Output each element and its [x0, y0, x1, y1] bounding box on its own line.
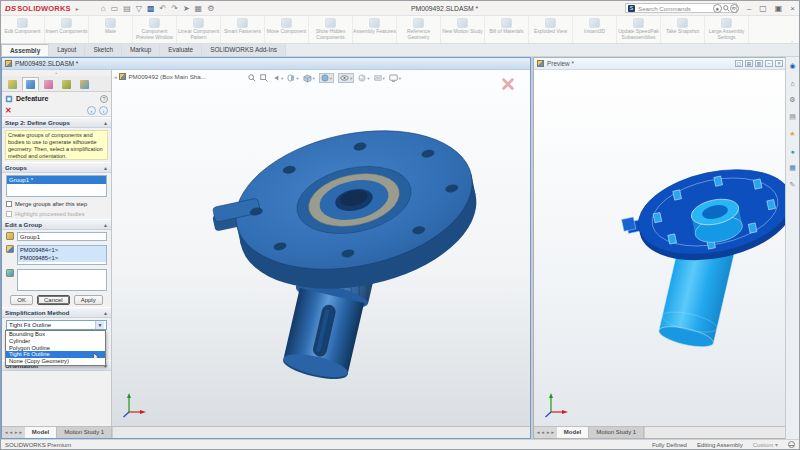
ribbon-button-exploded-view[interactable]: Exploded View: [529, 16, 573, 43]
tile-horizontal-icon[interactable]: ▤: [745, 60, 753, 67]
tab-markup[interactable]: Markup: [122, 44, 160, 56]
tab-displaymanager-icon[interactable]: [76, 77, 93, 91]
merge-groups-checkbox[interactable]: [6, 201, 12, 207]
group-name-input[interactable]: Group1: [17, 232, 107, 241]
group-list-item[interactable]: Group1 *: [7, 176, 106, 184]
display-pane-icon[interactable]: ▦: [195, 4, 203, 13]
tab-assembly[interactable]: Assembly: [1, 44, 49, 56]
main-graphics-viewport[interactable]: » PM009492 (Box Main Sha... ▾ ▾ ▾ ▾ ▾ ▾ …: [112, 70, 530, 426]
options-gear-icon[interactable]: ⚙: [207, 4, 214, 13]
tab-scroll-buttons[interactable]: ◄◄►►: [534, 430, 557, 435]
close-icon[interactable]: ×: [790, 4, 795, 13]
collapse-chevron-icon: ▲: [103, 310, 108, 316]
model-tab[interactable]: Model: [25, 427, 57, 438]
ribbon-button-smart-fasteners[interactable]: Smart Fasteners: [221, 16, 265, 43]
minimize-window-icon[interactable]: –: [765, 60, 773, 67]
component-list-item[interactable]: PM009484<1>: [18, 246, 106, 254]
motion-study-tab[interactable]: Motion Study 1: [589, 427, 644, 438]
tile-windows-icon[interactable]: ▣: [775, 4, 783, 13]
home-icon[interactable]: ⌂: [101, 4, 106, 13]
collapse-chevron-icon: ▲: [103, 222, 108, 228]
print-icon[interactable]: ▩: [147, 4, 155, 13]
tab-configurationmanager-icon[interactable]: [40, 77, 57, 91]
model-tab[interactable]: Model: [557, 427, 589, 438]
ribbon-button-mate[interactable]: Mate: [89, 16, 133, 43]
step-section-header[interactable]: Step 2: Define Groups▲: [2, 117, 111, 128]
groups-list[interactable]: Group1 *: [6, 175, 107, 197]
tab-sketch[interactable]: Sketch: [85, 44, 122, 56]
close-window-icon[interactable]: ×: [775, 60, 783, 67]
ribbon-button-component-preview-window[interactable]: Component Preview Window: [133, 16, 177, 43]
appearances-icon[interactable]: ●: [788, 146, 798, 156]
redo-icon[interactable]: ↷: [171, 4, 178, 13]
component-list-item[interactable]: PM009485<1>: [18, 254, 106, 262]
dropdown-option-bounding-box[interactable]: Bounding Box: [6, 331, 105, 338]
ribbon-button-large-assembly-settings[interactable]: Large Assembly Settings: [705, 16, 749, 43]
dropdown-option-polygon-outline[interactable]: Polygon Outline: [6, 345, 105, 352]
help-icon[interactable]: ?: [730, 4, 739, 13]
tab-propertymanager-icon[interactable]: [22, 77, 39, 91]
select-icon[interactable]: ➤: [183, 4, 190, 13]
tab-layout[interactable]: Layout: [49, 44, 85, 56]
group-components-list[interactable]: PM009484<1> PM009485<1>: [17, 245, 107, 265]
logo-menu-arrow-icon[interactable]: ▸: [76, 5, 79, 12]
property-manager-panel: ▪ Defeature ? ✕ ‹ ›: [2, 70, 112, 426]
pm-next-step-icon[interactable]: ›: [99, 106, 108, 115]
ribbon-button-instant3d[interactable]: Instant3D: [573, 16, 617, 43]
status-globe-icon[interactable]: [788, 441, 795, 448]
tab-evaluate[interactable]: Evaluate: [160, 44, 202, 56]
merge-groups-checkbox-row[interactable]: Merge groups after this step: [2, 199, 111, 209]
ribbon-button-take-snapshot[interactable]: Take Snapshot: [661, 16, 705, 43]
ribbon-button-linear-component-pattern[interactable]: Linear Component Pattern: [177, 16, 221, 43]
custom-properties-icon[interactable]: ✎: [788, 180, 798, 190]
ribbon-button-new-motion-study[interactable]: New Motion Study: [441, 16, 485, 43]
apply-button[interactable]: Apply: [74, 295, 103, 305]
dropdown-option-cylinder[interactable]: Cylinder: [6, 338, 105, 345]
undo-icon[interactable]: ↶: [160, 4, 167, 13]
ribbon-button-show-hidden-components[interactable]: Show Hidden Components: [309, 16, 353, 43]
tile-vertical-icon[interactable]: ▥: [755, 60, 763, 67]
tab-dimxpertmanager-icon[interactable]: [58, 77, 75, 91]
ribbon-button-bill-of-materials[interactable]: Bill of Materials: [485, 16, 529, 43]
motion-study-tab[interactable]: Motion Study 1: [57, 427, 112, 438]
new-document-icon[interactable]: ▭: [111, 4, 119, 13]
simplification-header-label: Simplification Method: [5, 309, 69, 316]
file-explorer-icon[interactable]: ▤: [788, 112, 798, 122]
ribbon-button-update-speedpak[interactable]: Update SpeedPak Subassemblies: [617, 16, 661, 43]
ribbon-button-insert-components[interactable]: Insert Components: [45, 16, 89, 43]
3dexperience-icon[interactable]: ◉: [788, 61, 798, 71]
simplification-section-header[interactable]: Simplification Method▲: [2, 307, 111, 318]
tab-solidworks-add-ins[interactable]: SOLIDWORKS Add-Ins: [202, 44, 286, 56]
open-icon[interactable]: ▤: [123, 4, 131, 13]
ribbon-button-assembly-features[interactable]: Assembly Features: [353, 16, 397, 43]
edit-group-section-header[interactable]: Edit a Group▲: [2, 219, 111, 230]
groups-section-header[interactable]: Groups▲: [2, 162, 111, 173]
user-icon[interactable]: ●: [713, 4, 722, 13]
save-icon[interactable]: ▽: [136, 4, 142, 13]
restore-icon[interactable]: ▢: [759, 4, 767, 13]
dropdown-option-tight-fit-outline[interactable]: Tight Fit Outline: [6, 351, 105, 358]
simplification-method-combobox[interactable]: Tight Fit Outline ▼: [6, 320, 107, 330]
combobox-dropdown-icon[interactable]: ▼: [95, 321, 104, 329]
preview-graphics-viewport[interactable]: [534, 70, 786, 426]
minimize-icon[interactable]: –: [747, 4, 751, 13]
pm-help-icon[interactable]: ?: [100, 95, 108, 103]
ribbon-button-move-component[interactable]: Move Component: [265, 16, 309, 43]
group-bodies-list[interactable]: [17, 269, 107, 291]
ribbon-button-reference-geometry[interactable]: Reference Geometry: [397, 16, 441, 43]
tab-scroll-buttons[interactable]: ◄◄►►: [2, 430, 25, 435]
tab-featuremanager-tree-icon[interactable]: [4, 77, 21, 91]
cascade-windows-icon[interactable]: ▢: [735, 60, 743, 67]
ribbon-collapse-icon[interactable]: ˏ: [791, 35, 793, 42]
view-palette-icon[interactable]: ▦: [788, 163, 798, 173]
dropdown-option-none-copy-geometry[interactable]: None (Copy Geometry): [6, 358, 105, 365]
design-library-icon[interactable]: ★: [788, 129, 798, 139]
custom-units-dropdown[interactable]: Custom ▾: [753, 441, 778, 448]
pm-back-step-icon[interactable]: ‹: [87, 106, 96, 115]
home-taskpane-icon[interactable]: ⌂: [788, 78, 798, 88]
cancel-button[interactable]: Cancel: [37, 295, 70, 305]
ribbon-button-edit-component[interactable]: Edit Component: [1, 16, 45, 43]
pm-cancel-icon[interactable]: ✕: [5, 106, 12, 115]
ok-button[interactable]: OK: [10, 295, 33, 305]
cloud-services-icon[interactable]: ⚙: [788, 95, 798, 105]
